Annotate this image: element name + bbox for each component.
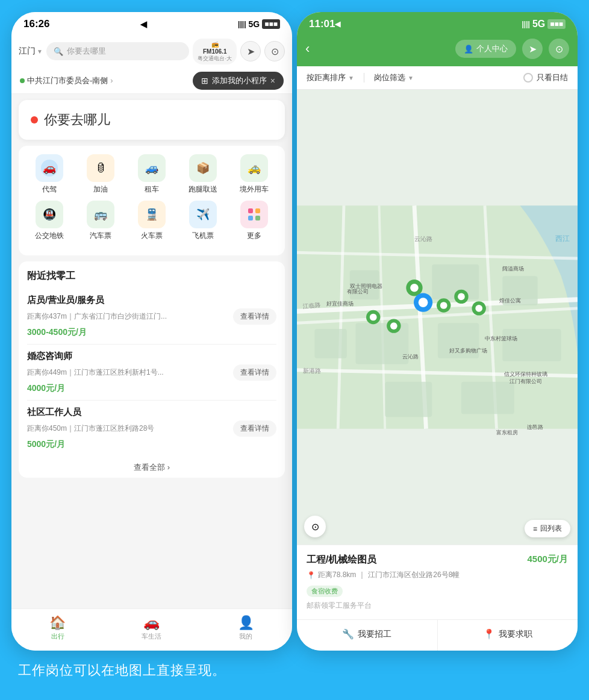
service-jiayou[interactable]: 🛢 加油 (79, 154, 122, 195)
daijia-label: 代驾 (42, 184, 57, 195)
recruit-icon: 🔧 (342, 628, 354, 640)
user-icon: 👤 (464, 45, 473, 54)
svg-text:🚙: 🚙 (145, 161, 159, 175)
job2-view-detail-btn[interactable]: 查看详情 (233, 364, 276, 381)
cheshenghuo-icon: 🚗 (143, 615, 160, 631)
feiji-label: 飞机票 (192, 231, 214, 241)
phone2-tabbar: 🔧 我要招工 📍 我要求职 (297, 619, 578, 651)
svg-point-42 (475, 305, 482, 312)
service-jingwai[interactable]: 🚕 境外用车 (232, 154, 276, 195)
mini-program-popup[interactable]: ⊞ 添加我的小程序 × (193, 72, 284, 90)
svg-rect-30 (385, 382, 432, 417)
search-input-box[interactable]: 🔍 你要去哪里 (46, 42, 190, 60)
svg-text:双士照明电器: 双士照明电器 (350, 283, 382, 289)
job3-title: 社区工作人员 (27, 407, 276, 418)
tab2-jobseek[interactable]: 📍 我要求职 (438, 620, 578, 651)
only-daily-label: 只看日结 (537, 72, 568, 83)
map-area: 江临路 新港路 云沁路 (297, 90, 578, 545)
huoche-icon: 🚆 (138, 201, 166, 228)
city-name: 江门 (19, 46, 36, 57)
service-feiji[interactable]: ✈️ 飞机票 (181, 201, 225, 241)
job2-title: 婚恋咨询师 (27, 351, 276, 362)
job3-view-detail-btn[interactable]: 查看详情 (233, 420, 276, 437)
tab2-recruit[interactable]: 🔧 我要招工 (297, 620, 438, 651)
phone1-time: 16:26 (23, 18, 49, 30)
phone1-statusbar: 16:26 ◀ |||| 5G ■■■ (11, 12, 292, 34)
service-paotui[interactable]: 📦 跑腿取送 (181, 154, 225, 195)
view-all-row[interactable]: 查看全部 › (27, 456, 276, 475)
svg-rect-26 (355, 323, 408, 364)
huoche-label: 火车票 (141, 231, 163, 241)
svg-text:煌佳公寓: 煌佳公寓 (499, 298, 521, 304)
gongjiao-label: 公交地铁 (35, 231, 64, 241)
map-location-btn[interactable]: ⊙ (304, 516, 326, 537)
location-dot-icon: ⊙ (311, 521, 319, 533)
tab-chuxing[interactable]: 🏠 出行 (49, 615, 66, 641)
more-icon-box (240, 201, 268, 228)
only-daily-radio[interactable] (523, 73, 533, 83)
phone1-location-bar: 中共江门市委员会-南侧 › ⊞ 添加我的小程序 × (11, 69, 292, 94)
list-view-btn[interactable]: ≡ 回列表 (525, 520, 570, 537)
fm-box[interactable]: 📻 FM106.1 粤交通电台·大 (193, 39, 237, 64)
nearby-jobs-section: 附近找零工 店员/营业员/服务员 距离你437m｜广东省江门市白沙街道江门...… (19, 261, 285, 478)
search-icon: 🔍 (54, 47, 63, 56)
services-row-1: 🚗 代驾 🛢 加油 🚙 租车 (23, 154, 280, 195)
location-pin-icon: 📍 (307, 571, 316, 580)
feiji-icon: ✈️ (189, 201, 217, 228)
filter-bar: 按距离排序 ▼ 岗位筛选 ▼ 只看日结 (297, 66, 578, 90)
search-where-box[interactable]: 你要去哪儿 (19, 100, 285, 140)
svg-point-48 (419, 298, 428, 307)
nav-icon-btn[interactable]: ➤ (522, 39, 543, 59)
outer-wrapper: 16:26 ◀ |||| 5G ■■■ 江门 ▼ 🔍 你要去哪里 (0, 0, 589, 700)
job-card-title: 工程/机械绘图员 (307, 554, 376, 566)
svg-rect-13 (255, 216, 260, 220)
phone1: 16:26 ◀ |||| 5G ■■■ 江门 ▼ 🔍 你要去哪里 (11, 12, 292, 651)
job1-salary: 3000-4500元/月 (27, 327, 276, 338)
target-btn[interactable]: ⊙ (264, 41, 285, 61)
tab-wode[interactable]: 👤 我的 (238, 615, 254, 641)
service-qiche[interactable]: 🚌 汽车票 (79, 201, 122, 241)
jiayou-icon: 🛢 (87, 154, 114, 182)
chuxing-label: 出行 (51, 632, 64, 641)
svg-rect-11 (255, 208, 260, 213)
list-view-label: 回列表 (540, 523, 562, 534)
svg-text:📦: 📦 (196, 161, 210, 175)
job2-location-text: 距离你449m｜江门市蓬江区胜利新村1号... (27, 367, 164, 378)
service-daijia[interactable]: 🚗 代驾 (28, 154, 71, 195)
job-card-header: 工程/机械绘图员 4500元/月 (307, 554, 568, 566)
svg-point-46 (390, 322, 397, 330)
zuche-label: 租车 (145, 184, 159, 195)
service-gongjiao[interactable]: 🚇 公交地铁 (28, 201, 71, 241)
phone2-time: 11:01 (309, 18, 335, 30)
close-mini-program[interactable]: × (270, 76, 275, 86)
svg-text:🚕: 🚕 (248, 161, 261, 175)
job1-view-detail-btn[interactable]: 查看详情 (233, 308, 276, 325)
position-filter-btn[interactable]: 岗位筛选 ▼ (374, 72, 414, 83)
phone1-battery: ■■■ (262, 19, 280, 29)
map-svg: 江临路 新港路 云沁路 (297, 90, 578, 545)
service-huoche[interactable]: 🚆 火车票 (130, 201, 173, 241)
job-card-location: 📍 距离78.8km ｜ 江门市江海区创业路26号8幢 (307, 570, 568, 580)
jingwai-icon: 🚕 (240, 154, 268, 182)
service-zuche[interactable]: 🚙 租车 (130, 154, 173, 195)
back-button[interactable]: ‹ (305, 41, 310, 57)
sort-arrow-icon: ▼ (348, 75, 354, 81)
fm-title: FM106.1 (203, 48, 226, 55)
service-more[interactable]: 更多 (232, 201, 276, 241)
food-badge-row: 食宿收费 (307, 585, 568, 601)
city-selector[interactable]: 江门 ▼ (19, 46, 43, 57)
svg-text:好宜佳商场: 好宜佳商场 (326, 301, 354, 307)
mini-program-label: 添加我的小程序 (212, 75, 267, 86)
svg-text:富东租房: 富东租房 (496, 430, 518, 436)
phone1-location-icon: ◀ (140, 19, 147, 29)
job-item-1: 店员/营业员/服务员 距离你437m｜广东省江门市白沙街道江门... 查看详情 … (27, 289, 276, 345)
phone1-statusbar-right: |||| 5G ■■■ (238, 19, 280, 29)
jiayou-label: 加油 (93, 184, 108, 195)
user-center-btn[interactable]: 👤 个人中心 (455, 40, 516, 58)
target-icon-btn[interactable]: ⊙ (549, 39, 569, 59)
sort-filter-btn[interactable]: 按距离排序 ▼ (307, 72, 354, 83)
only-daily-row[interactable]: 只看日结 (523, 72, 568, 83)
navigation-btn[interactable]: ➤ (240, 41, 261, 61)
tab-cheshenghuo[interactable]: 🚗 车生活 (142, 615, 161, 641)
job-card-distance: 距离78.8km (318, 570, 356, 580)
